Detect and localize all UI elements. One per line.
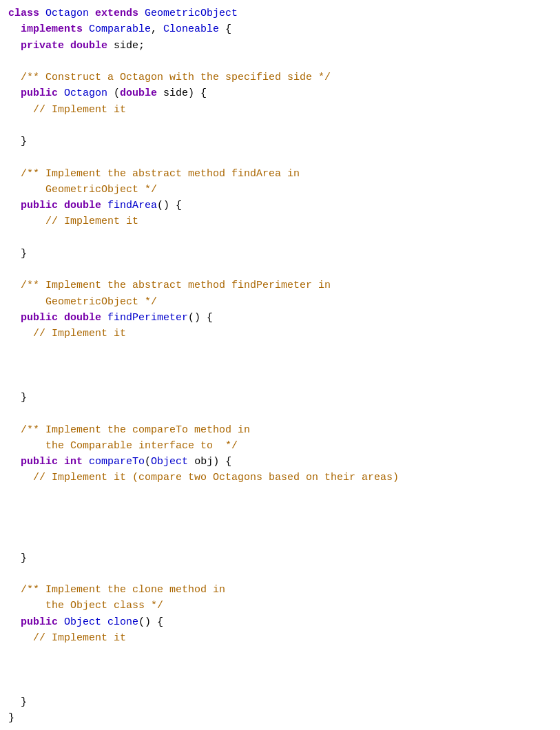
code-token	[101, 200, 107, 211]
code-line	[8, 358, 552, 374]
code-line: // Implement it	[8, 102, 552, 118]
code-line: /** Construct a Octagon with the specifi…	[8, 70, 552, 85]
code-line	[8, 230, 552, 246]
code-line	[8, 342, 552, 357]
code-token: () {	[138, 616, 163, 628]
code-token: }	[8, 696, 27, 708]
code-token	[83, 23, 89, 35]
code-token: side;	[107, 40, 145, 52]
code-token: // Implement it	[8, 632, 126, 644]
code-token: obj) {	[188, 456, 231, 468]
code-token	[39, 8, 45, 19]
code-token	[58, 312, 64, 324]
code-token: {	[219, 23, 231, 35]
code-line: // Implement it (compare two Octagons ba…	[8, 470, 552, 486]
code-token: Octagon	[45, 8, 89, 19]
code-token: class	[8, 8, 39, 19]
code-token: findPerimeter	[107, 312, 188, 324]
code-token: /** Construct a Octagon with the specifi…	[8, 72, 331, 83]
code-line: the Object class */	[8, 598, 552, 614]
code-token	[58, 616, 64, 628]
code-token: (	[107, 87, 120, 99]
code-token	[8, 40, 21, 52]
code-display: class Octagon extends GeometricObject im…	[8, 6, 552, 726]
code-token: public	[21, 200, 58, 211]
code-line: /** Implement the clone method in	[8, 582, 552, 598]
code-line: }	[8, 694, 552, 710]
code-token: double	[64, 312, 101, 324]
code-token: compareTo	[89, 456, 145, 468]
code-token: Object	[151, 456, 188, 468]
code-token: the Comparable interface to */	[8, 440, 238, 452]
code-line	[8, 149, 552, 165]
code-token: /** Implement the compareTo method in	[8, 424, 250, 436]
code-token: () {	[157, 200, 182, 211]
code-token: implements	[21, 23, 83, 35]
code-line	[8, 502, 552, 518]
code-token: double	[70, 40, 107, 52]
code-line	[8, 486, 552, 502]
code-line: implements Comparable, Cloneable {	[8, 21, 552, 37]
code-token	[8, 616, 21, 628]
code-token	[89, 8, 95, 19]
code-token: }	[8, 136, 27, 147]
code-token: GeometricObject	[145, 8, 238, 19]
code-token: public	[21, 616, 58, 628]
code-line: // Implement it	[8, 326, 552, 342]
code-token: Object	[64, 616, 101, 628]
code-token: GeometricObject */	[8, 184, 157, 196]
code-token: public	[21, 312, 58, 324]
code-token: public	[21, 87, 58, 99]
code-line: class Octagon extends GeometricObject	[8, 6, 552, 21]
code-token	[8, 312, 21, 324]
code-token: Comparable	[89, 23, 151, 35]
code-line: public double findPerimeter() {	[8, 310, 552, 326]
code-line: private double side;	[8, 38, 552, 54]
code-line: }	[8, 550, 552, 566]
code-token: double	[64, 200, 101, 211]
code-line: public int compareTo(Object obj) {	[8, 454, 552, 470]
code-line	[8, 118, 552, 134]
code-token: }	[8, 552, 27, 564]
code-line: the Comparable interface to */	[8, 438, 552, 454]
code-token: /** Implement the abstract method findAr…	[8, 168, 300, 180]
code-token: int	[64, 456, 83, 468]
code-token	[58, 87, 64, 99]
code-token: GeometricObject */	[8, 296, 157, 308]
code-line	[8, 54, 552, 70]
code-line	[8, 374, 552, 390]
code-token	[8, 200, 21, 211]
code-token: double	[120, 87, 157, 99]
code-token	[83, 456, 89, 468]
code-line: }	[8, 710, 552, 726]
code-token: private	[21, 40, 64, 52]
code-token: }	[8, 712, 14, 724]
code-line	[8, 262, 552, 278]
code-line	[8, 678, 552, 694]
code-token: /** Implement the abstract method findPe…	[8, 280, 331, 291]
code-line: // Implement it	[8, 213, 552, 229]
code-line: GeometricObject */	[8, 182, 552, 198]
code-token	[8, 87, 21, 99]
code-token: Cloneable	[163, 23, 219, 35]
code-token: }	[8, 392, 27, 404]
code-line: public double findArea() {	[8, 198, 552, 213]
code-token	[64, 40, 70, 52]
code-line: }	[8, 246, 552, 262]
code-token: /** Implement the clone method in	[8, 584, 225, 596]
code-token	[58, 200, 64, 211]
code-token: extends	[95, 8, 138, 19]
code-token: () {	[188, 312, 213, 324]
code-token	[138, 8, 145, 19]
code-line	[8, 566, 552, 582]
code-line: /** Implement the abstract method findAr…	[8, 166, 552, 182]
code-token: // Implement it	[8, 104, 126, 116]
code-token: }	[8, 248, 27, 260]
code-token	[8, 456, 21, 468]
code-token	[101, 312, 107, 324]
code-token: public	[21, 456, 58, 468]
code-line	[8, 406, 552, 421]
code-line: GeometricObject */	[8, 294, 552, 310]
code-line: public Object clone() {	[8, 614, 552, 630]
code-token: // Implement it (compare two Octagons ba…	[8, 472, 399, 483]
